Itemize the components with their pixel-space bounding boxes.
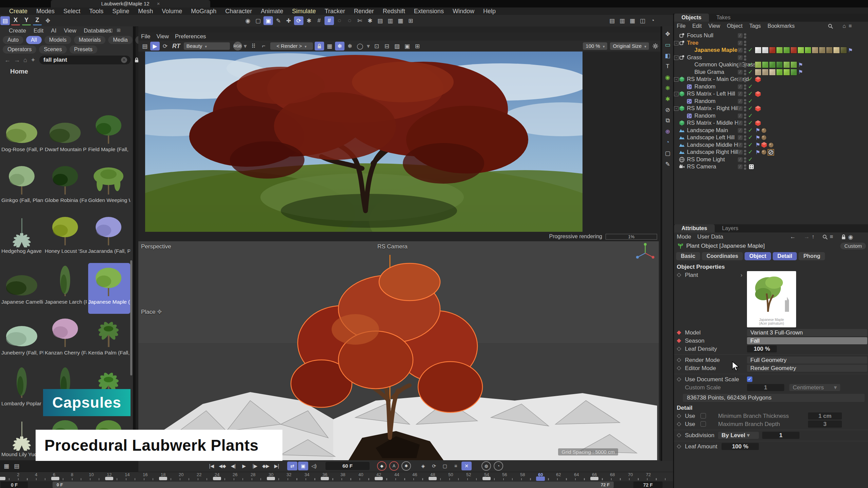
visibility-dots[interactable] xyxy=(744,91,746,97)
material-swatch[interactable] xyxy=(762,69,769,76)
viewport-view-label[interactable]: Perspective xyxy=(141,243,171,250)
plant-thumbnail[interactable]: Japanese Maple (Acer palmatum) xyxy=(747,271,796,327)
material-swatch[interactable] xyxy=(833,47,840,54)
visibility-dots[interactable] xyxy=(744,84,746,90)
star-icon[interactable]: ✦ xyxy=(31,56,36,64)
redshift-tag-icon[interactable] xyxy=(755,76,761,83)
material-swatch[interactable] xyxy=(776,61,783,68)
compare-circle-icon[interactable]: ◯ xyxy=(355,42,365,50)
dither-icon[interactable]: ⠿ xyxy=(249,42,258,50)
tree-row-landscape-right-hill[interactable]: Landscape Right Hill⁄✓⚑ xyxy=(674,148,868,156)
prev-key-button[interactable]: ◀◆ xyxy=(217,462,228,470)
edit-toggle-icon[interactable]: ⁄ xyxy=(738,121,743,125)
edit-toggle-icon[interactable]: ⁄ xyxy=(738,33,743,38)
plane-tool-icon[interactable]: ▢ xyxy=(663,149,672,158)
menu-spline[interactable]: Spline xyxy=(108,8,134,15)
play-button[interactable]: ▶ xyxy=(239,462,249,470)
search-icon[interactable] xyxy=(828,24,833,29)
edit-toggle-icon[interactable]: ⁄ xyxy=(738,128,743,133)
max-branch-field[interactable]: 3 xyxy=(808,421,842,428)
pen-tool-icon[interactable]: ✎ xyxy=(663,160,672,168)
enabled-check-icon[interactable]: ✓ xyxy=(748,76,753,83)
filter-media[interactable]: Media xyxy=(108,36,133,44)
visibility-dots[interactable] xyxy=(744,113,746,119)
zoom-select[interactable]: 100 %▾ xyxy=(583,42,607,50)
custom-button[interactable]: Custom xyxy=(840,243,866,249)
use-min-checkbox[interactable] xyxy=(701,413,706,419)
asset-tile[interactable]: Field Maple (Fall, Plant) xyxy=(88,110,130,161)
enabled-check-icon[interactable]: ✓ xyxy=(748,98,753,105)
enabled-check-icon[interactable]: ✓ xyxy=(748,61,753,68)
tree-row-common-quaking-grass[interactable]: Common Quaking Grass⁄✓⚑ xyxy=(674,61,868,68)
visibility-dots[interactable] xyxy=(744,157,746,163)
tab-layers[interactable]: Layers xyxy=(715,224,746,232)
edit-toggle-icon[interactable]: ⁄ xyxy=(738,48,743,53)
visibility-dots[interactable] xyxy=(744,164,746,170)
visibility-dots[interactable] xyxy=(744,142,746,148)
asset-tile[interactable]: Kanzan Cherry (Fall, Pl... xyxy=(45,314,87,365)
viewport-camera-label[interactable]: RS Camera xyxy=(377,243,408,250)
text-tool-icon[interactable]: T xyxy=(663,62,672,71)
subdivision-mode-select[interactable]: By Level ▾ xyxy=(718,432,759,439)
tab-takes[interactable]: Takes xyxy=(709,14,738,22)
filter-operators[interactable]: Operators xyxy=(3,45,36,54)
asset-tile[interactable]: Jacaranda (Fall, Plant) xyxy=(88,212,130,263)
asset-tile[interactable]: Japanese Maple (Fall, ... xyxy=(88,263,130,314)
scrollbar[interactable] xyxy=(130,260,132,375)
asset-browser-view-icons[interactable]: ▤ ◫ ⊞ xyxy=(100,27,122,33)
menu-tracker[interactable]: Tracker xyxy=(320,8,349,15)
redshift-tag-icon[interactable] xyxy=(755,120,761,126)
enabled-check-icon[interactable]: ✓ xyxy=(748,156,753,163)
asset-menu-view[interactable]: View xyxy=(64,27,76,34)
render-menu-view[interactable]: View xyxy=(156,33,169,40)
material-swatch[interactable] xyxy=(776,47,783,54)
param-diamond[interactable] xyxy=(677,273,681,277)
asset-tile[interactable]: Lombardy Poplar (Fall... xyxy=(1,365,43,415)
layout-rows-icon[interactable]: ▤ xyxy=(12,462,21,470)
edit-toggle-icon[interactable]: ⁄ xyxy=(738,150,743,155)
prev-frame-button[interactable]: ◀| xyxy=(228,462,238,470)
key-position-icon[interactable]: ◈ xyxy=(418,462,428,470)
keyframe-marker[interactable] xyxy=(321,477,329,480)
tree-row-grass[interactable]: -Grass⁄ xyxy=(674,54,868,61)
expand-arrow[interactable]: › xyxy=(741,271,743,279)
menu-extensions[interactable]: Extensions xyxy=(410,8,448,15)
om-menu-object[interactable]: Object xyxy=(727,23,743,29)
tree-row-japanese-maple[interactable]: Japanese Maple⁄✓⚑ xyxy=(674,46,868,54)
enabled-check-icon[interactable]: ✓ xyxy=(748,148,753,156)
visibility-dots[interactable] xyxy=(744,55,746,61)
tree-row-random[interactable]: Random⁄✓ xyxy=(674,112,868,120)
tree-row-landscape-main[interactable]: Landscape Main⁄✓⚑ xyxy=(674,127,868,134)
material-swatch[interactable] xyxy=(790,61,797,68)
material-swatch[interactable] xyxy=(776,69,783,76)
move-tool-icon[interactable]: ✥ xyxy=(663,29,672,38)
edit-toggle-icon[interactable]: ⁄ xyxy=(738,92,743,96)
snapshot-icon[interactable]: ❄ xyxy=(335,42,344,50)
edit-toggle-icon[interactable]: ⁄ xyxy=(738,164,743,169)
editor-mode-select[interactable]: Render Geometry xyxy=(747,365,867,372)
axis-lock-x[interactable]: X xyxy=(11,16,20,25)
expand-icon[interactable]: - xyxy=(674,106,678,111)
forward-icon[interactable]: → xyxy=(804,233,810,240)
flag-tag-icon[interactable]: ⚑ xyxy=(798,62,803,68)
playhead-marker[interactable] xyxy=(536,476,545,481)
edit-toggle-icon[interactable]: ⁄ xyxy=(738,157,743,162)
layout-panel-icon[interactable]: ▤ xyxy=(0,16,10,25)
team-render-icon[interactable]: ✚ xyxy=(284,16,293,25)
size-select[interactable]: Original Size▾ xyxy=(610,42,649,50)
panel-b-icon[interactable]: ▥ xyxy=(386,16,395,25)
up-icon[interactable]: ↑ xyxy=(812,233,815,240)
keyframe-marker[interactable] xyxy=(267,477,275,480)
edit-toggle-icon[interactable]: ⁄ xyxy=(738,99,743,104)
volume-tool-icon[interactable]: ⊕ xyxy=(663,127,672,136)
material-swatch[interactable] xyxy=(755,61,762,68)
attr-tab-object[interactable]: Object xyxy=(745,252,771,260)
enabled-check-icon[interactable]: ✓ xyxy=(748,68,753,76)
tree-row-rs-camera[interactable]: RS Camera⁄ xyxy=(674,163,868,170)
back-icon[interactable]: ← xyxy=(790,233,796,240)
material-swatch[interactable] xyxy=(783,69,790,76)
asset-tile[interactable]: Hedgehog Agave (Fall... xyxy=(1,212,43,263)
visibility-dots[interactable] xyxy=(744,149,746,156)
material-swatch[interactable] xyxy=(783,61,790,68)
tree-row-rs-dome-light[interactable]: RS Dome Light⁄✓ xyxy=(674,156,868,163)
